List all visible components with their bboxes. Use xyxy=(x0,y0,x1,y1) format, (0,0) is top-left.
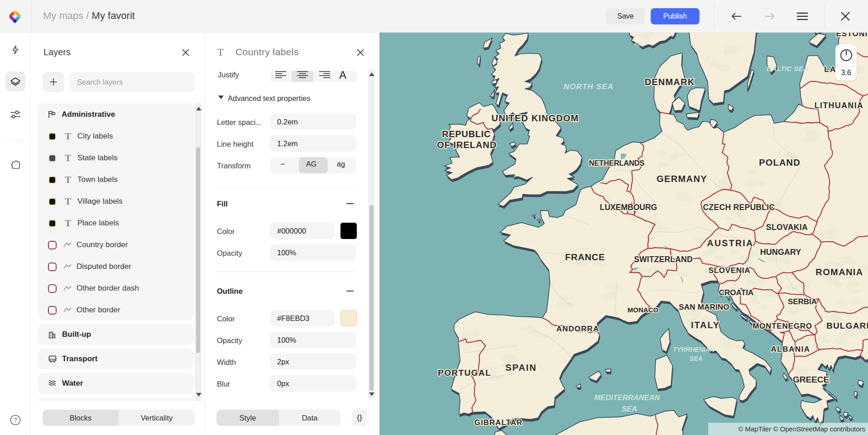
svg-text:OF IRELAND: OF IRELAND xyxy=(437,140,497,150)
svg-text:UNITED KINGDOM: UNITED KINGDOM xyxy=(492,113,579,123)
svg-text:CROATIA: CROATIA xyxy=(719,288,754,297)
svg-text:LA: LA xyxy=(824,65,837,74)
svg-text:MEDITERRANEAN: MEDITERRANEAN xyxy=(595,393,661,402)
svg-text:PORTUGAL: PORTUGAL xyxy=(438,368,491,378)
svg-text:TYRRHENIAN: TYRRHENIAN xyxy=(673,346,715,353)
svg-text:ESTONIA: ESTONIA xyxy=(836,33,868,38)
svg-text:ALBANIA: ALBANIA xyxy=(771,345,810,354)
svg-text:AUSTRIA: AUSTRIA xyxy=(707,238,754,248)
svg-text:SEA: SEA xyxy=(622,405,637,413)
svg-text:ANDORRA: ANDORRA xyxy=(556,325,599,333)
svg-text:SWITZERLAND: SWITZERLAND xyxy=(634,255,693,264)
svg-text:GERMANY: GERMANY xyxy=(657,174,707,184)
svg-text:POLAND: POLAND xyxy=(759,158,801,167)
svg-text:LUXEMBOURG: LUXEMBOURG xyxy=(600,203,657,212)
svg-text:CZECH REPUBLIC: CZECH REPUBLIC xyxy=(703,203,775,212)
svg-text:NORTH SEA: NORTH SEA xyxy=(564,82,614,91)
svg-text:SERBIA: SERBIA xyxy=(788,297,817,306)
svg-text:SLOVAKIA: SLOVAKIA xyxy=(766,223,808,232)
svg-text:SAN MARINO: SAN MARINO xyxy=(679,303,729,311)
svg-text:BALTIC SEA: BALTIC SEA xyxy=(767,65,808,72)
svg-text:BULGARIA: BULGARIA xyxy=(826,321,868,330)
svg-text:NETHERLANDS: NETHERLANDS xyxy=(589,159,645,167)
svg-text:SEA: SEA xyxy=(690,355,703,362)
svg-text:ROMANIA: ROMANIA xyxy=(815,267,863,277)
svg-text:DENMARK: DENMARK xyxy=(645,77,695,87)
svg-text:GIBRALTAR: GIBRALTAR xyxy=(475,418,523,426)
svg-text:ITALY: ITALY xyxy=(691,320,720,330)
svg-text:LITHUANIA: LITHUANIA xyxy=(815,101,864,110)
svg-text:MONACO: MONACO xyxy=(628,306,659,314)
svg-text:SLOVENIA: SLOVENIA xyxy=(709,266,751,275)
svg-text:FRANCE: FRANCE xyxy=(565,252,605,262)
svg-text:REPUBLIC: REPUBLIC xyxy=(442,129,491,139)
svg-text:HUNGARY: HUNGARY xyxy=(760,248,801,257)
svg-text:SPAIN: SPAIN xyxy=(505,363,537,373)
svg-text:MONTENEGRO: MONTENEGRO xyxy=(753,322,812,330)
svg-text:GREECE: GREECE xyxy=(793,375,829,384)
svg-text:?: ? xyxy=(14,416,17,424)
